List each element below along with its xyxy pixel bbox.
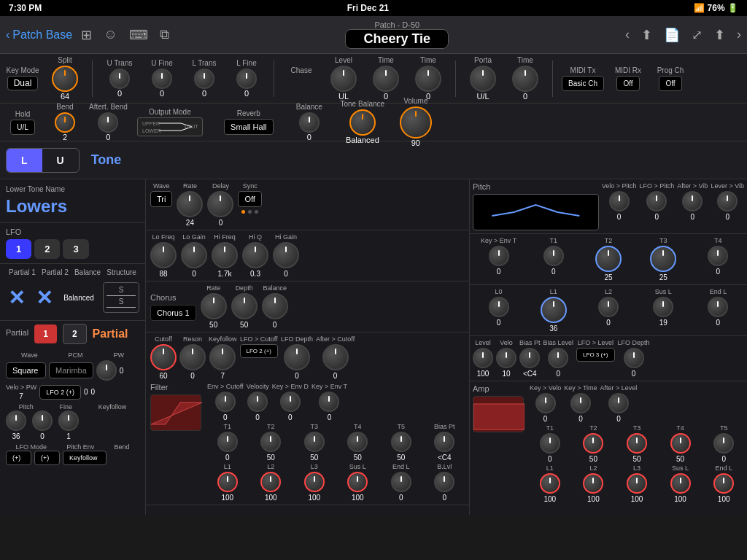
lfo-depth-knob[interactable] [284, 344, 310, 370]
cutoff-kf-knob[interactable] [209, 344, 236, 370]
reverb-group: Reverb Small Hall [212, 109, 285, 135]
lfo-pw-value[interactable]: LFO 2 (+) [39, 385, 81, 400]
partial-btn-1[interactable]: 1 [34, 324, 57, 343]
folder-icon[interactable]: ⊞ [81, 27, 92, 43]
hi-q-knob[interactable] [242, 242, 268, 268]
wave-value[interactable]: Square [6, 362, 46, 378]
ltrans-knob[interactable] [194, 69, 214, 89]
next-icon[interactable]: › [737, 27, 741, 42]
patch-subtitle: Patch - D-50 [169, 20, 625, 29]
progch-value[interactable]: Off [659, 76, 681, 91]
lfo-rate-knob[interactable] [177, 191, 203, 217]
hi-gain-knob[interactable] [273, 242, 299, 268]
face-icon[interactable]: ☺ [104, 27, 117, 43]
porta-time-knob[interactable] [512, 66, 538, 92]
time-knob[interactable] [415, 66, 441, 92]
keyboard-icon[interactable]: ⌨ [129, 27, 148, 43]
after-vib-knob[interactable] [682, 191, 703, 211]
lfo-pitch-knob[interactable] [646, 191, 667, 211]
miditx-value[interactable]: Basic Ch [562, 76, 604, 91]
lfo-params-row: Wave Tri Rate 24 Delay 0 Sync Off [146, 179, 469, 230]
copy-icon[interactable]: ⧉ [160, 27, 169, 43]
key-env-t-knob[interactable] [319, 392, 339, 412]
prev-icon[interactable]: ‹ [625, 27, 630, 42]
share-icon[interactable]: ⬆ [714, 27, 725, 43]
compare-icon[interactable]: ⤢ [692, 27, 703, 43]
lfo-mode-value[interactable]: (+) [6, 451, 31, 465]
aftert-bend-knob[interactable] [98, 112, 118, 133]
tone-balance-knob[interactable] [349, 109, 376, 136]
lfo-delay-knob[interactable] [207, 191, 233, 217]
velo-pitch-knob[interactable] [609, 191, 630, 211]
cutoff-knob[interactable] [150, 344, 177, 370]
ufine-knob[interactable] [152, 69, 172, 89]
pw-knob[interactable] [96, 360, 117, 381]
lfine-value: 0 [244, 89, 249, 98]
pcm-value[interactable]: Marimba [49, 362, 93, 378]
balance-knob[interactable] [299, 112, 320, 133]
chorus-section: Chorus Chorus 1 Rate 50 Depth 50 Balance… [146, 281, 469, 332]
bend-value[interactable]: Keyfollow [63, 451, 107, 465]
fine-knob[interactable] [32, 411, 53, 431]
page-icon[interactable]: 📄 [664, 27, 680, 43]
key-mode-value[interactable]: Dual [7, 76, 39, 90]
env-cutoff-knob[interactable] [215, 392, 236, 412]
pitch-env-value[interactable]: (+) [34, 451, 60, 465]
level-knob[interactable] [473, 348, 493, 368]
lfo-btn-1[interactable]: 1 [6, 239, 31, 259]
upload-icon[interactable]: ⬆ [641, 27, 652, 43]
reson-knob[interactable] [179, 344, 206, 370]
porta-knob[interactable] [470, 66, 496, 92]
tone-balance-group: Tone Balance Balanced [333, 100, 392, 144]
lfo-sync-value[interactable]: Off [238, 191, 261, 207]
chase-time-knob[interactable] [373, 66, 399, 92]
bend-lbl: Bend [114, 443, 129, 451]
velocity-knob[interactable] [247, 392, 268, 412]
bend-knob[interactable] [55, 112, 75, 133]
reverb-value[interactable]: Small Hall [224, 119, 274, 135]
lfo-cutoff-value[interactable]: LFO 2 (+) [240, 344, 278, 358]
key-env-d-knob[interactable] [280, 392, 301, 412]
chorus-name[interactable]: Chorus 1 [150, 305, 196, 321]
chorus-balance-knob[interactable] [262, 293, 288, 319]
l-bias-pt-knob[interactable] [519, 348, 540, 368]
l-bias-level-knob[interactable] [548, 348, 568, 368]
partial-btn-2[interactable]: 2 [63, 324, 87, 344]
tone-selector[interactable]: L U [6, 148, 80, 173]
pitch-knob[interactable] [6, 411, 26, 431]
f-l2: L2100 [251, 463, 292, 502]
hold-value[interactable]: U/L [10, 120, 35, 135]
lfo-btn-3[interactable]: 3 [63, 239, 88, 259]
volume-label: Volume [403, 97, 427, 105]
velo-pw-cell: Velo > PW 7 [6, 384, 36, 400]
split-value: 64 [61, 92, 69, 101]
midirx-value[interactable]: Off [616, 76, 639, 91]
lever-vib-cell: Lever > Vib 0 [711, 182, 744, 230]
hi-freq-knob[interactable] [212, 242, 238, 268]
key-env-t-knob-big[interactable] [489, 246, 509, 266]
velo-knob[interactable] [496, 348, 516, 368]
back-button[interactable]: ‹ Patch Base [6, 28, 72, 42]
chase-level-knob[interactable] [330, 66, 357, 92]
lfo-wave-value[interactable]: Tri [150, 191, 172, 207]
lo-freq-knob[interactable] [150, 242, 177, 268]
lfo-level-depth-knob[interactable] [624, 348, 644, 368]
utrans-knob[interactable] [109, 69, 130, 89]
after-cutoff-knob[interactable] [322, 344, 349, 370]
output-mode-group: Output Mode UPPER LOWER LOUT [133, 108, 206, 136]
tone-u-button[interactable]: U [42, 149, 79, 172]
lfine-knob[interactable] [236, 69, 257, 89]
chorus-depth-knob[interactable] [231, 293, 258, 319]
keyfollow-knob[interactable] [58, 411, 79, 431]
chorus-rate-knob[interactable] [201, 293, 227, 319]
lfo-level-value[interactable]: LFO 3 (+) [576, 348, 614, 362]
lo-gain-knob[interactable] [181, 242, 207, 268]
lfo-btn-2[interactable]: 2 [34, 239, 60, 259]
split-knob[interactable] [52, 66, 78, 92]
tone-balance-label: Tone Balance [341, 100, 385, 108]
lever-vib-knob[interactable] [717, 191, 738, 211]
split-label: Split [58, 56, 71, 64]
volume-knob[interactable] [400, 106, 432, 139]
tone-l-button[interactable]: L [7, 149, 42, 172]
env-cutoff-value: 0 [223, 413, 228, 421]
